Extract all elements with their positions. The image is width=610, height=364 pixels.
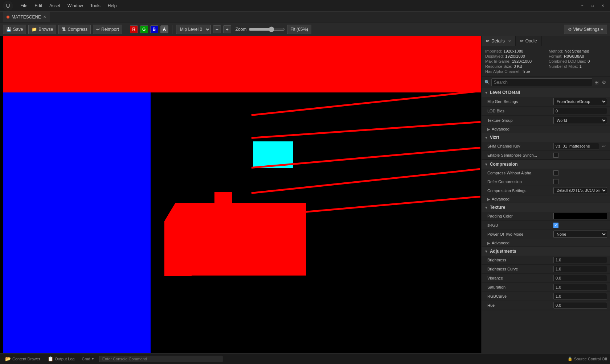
content-drawer-button[interactable]: 📂 Content Drawer [3,356,42,361]
main-area: ✏ Details ✕ ✏ Oodle Imported: 1920x1080 … [0,36,610,353]
red-line-2 [251,121,481,139]
menu-file[interactable]: File [17,3,30,9]
brightness-label: Brightness [487,258,553,262]
channel-g-button[interactable]: G [140,25,148,33]
section-compression: ▼ Compression Compress Without Alpha Def… [482,160,610,203]
compression-advanced-label: Advanced [492,197,509,201]
menu-help[interactable]: Help [105,3,120,9]
output-log-button[interactable]: 📋 Output Log [45,356,77,361]
details-tab-label: Details [491,38,505,44]
zoom-slider[interactable] [249,26,285,32]
menu-asset[interactable]: Asset [46,3,63,9]
compress-without-alpha-checkbox[interactable] [553,170,558,175]
lod-bias-input[interactable] [553,108,607,114]
section-texture: ▼ Texture Padding Color sRGB ✓ Power [482,203,610,247]
info-num-mips: Number of Mips: 1 [549,64,606,69]
tab-close-button[interactable]: ✕ [43,15,46,19]
compression-advanced-arrow: ▶ [487,197,490,201]
defer-compression-checkbox[interactable] [553,179,558,184]
close-button[interactable]: ✕ [598,3,607,9]
tab-label: MATTESCENE [12,15,41,20]
tab-unsaved-dot [7,16,9,18]
brightness-input[interactable] [553,257,607,263]
source-control-icon: 🔒 [568,356,573,361]
zoom-minus-button[interactable]: − [213,25,221,33]
srgb-label: sRGB [487,223,553,227]
channel-r-button[interactable]: R [130,25,138,33]
texture-advanced-header[interactable]: ▶ Advanced [482,239,610,247]
shm-reset-button[interactable]: ↩ [601,143,607,149]
channel-b-button[interactable]: B [150,25,158,33]
power-of-two-dropdown[interactable]: None [553,231,607,238]
power-of-two-label: Power Of Two Mode [487,232,553,236]
oodle-tab-label: Oodle [525,38,537,44]
prop-compression-settings: Compression Settings Default (DXT1/5, BC… [482,186,610,195]
red-small [164,235,192,276]
view-settings-label: View Settings [573,27,600,32]
blue-area [3,92,151,353]
menu-edit[interactable]: Edit [32,3,45,9]
info-combined-lod: Combined LOD Bias: 0 [549,59,606,63]
menu-tools[interactable]: Tools [87,3,103,9]
compression-settings-dropdown[interactable]: Default (DXT1/5, BC1/3 on DX11) [553,187,607,194]
properties-panel: ▼ Level Of Detail Mip Gen Settings FromT… [482,88,610,353]
rgbcurve-input[interactable] [553,293,607,299]
texture-collapse-arrow: ▼ [484,206,488,210]
save-button[interactable]: 💾 Save [3,25,26,34]
padding-color-swatch[interactable] [553,213,607,219]
cmd-label: Cmd [82,357,90,361]
menu-bar: File Edit Asset Window Tools Help [17,3,119,9]
oodle-tab-icon: ✏ [520,38,524,44]
channel-a-button[interactable]: A [160,25,168,33]
texture-group-dropdown[interactable]: World [553,117,607,124]
mip-level-select[interactable]: Mip Level 0 [176,25,211,34]
section-adjustments-header[interactable]: ▼ Adjustments [482,247,610,256]
enable-semaphore-checkbox[interactable] [553,153,558,158]
lod-advanced-label: Advanced [492,127,509,131]
texture-advanced-label: Advanced [492,241,509,245]
mip-gen-dropdown[interactable]: FromTextureGroup [553,98,607,105]
section-texture-header[interactable]: ▼ Texture [482,203,610,212]
tab-oodle[interactable]: ✏ Oodle [516,36,542,46]
menu-window[interactable]: Window [65,3,86,9]
prop-defer-compression: Defer Compression [482,177,610,186]
saturation-input[interactable] [553,284,607,290]
texture-advanced-arrow: ▶ [487,241,490,245]
info-displayed: Displayed: 1920x1080 [485,54,543,58]
maximize-button[interactable]: □ [588,3,597,9]
cmd-button[interactable]: Cmd ▾ [79,356,96,361]
section-vizrt-header[interactable]: ▼ Vizrt [482,133,610,142]
prop-srgb: sRGB ✓ [482,221,610,229]
asset-tab[interactable]: MATTESCENE ✕ [3,12,50,22]
vibrance-input[interactable] [553,275,607,281]
section-level-of-detail: ▼ Level Of Detail Mip Gen Settings FromT… [482,88,610,133]
view-settings-button[interactable]: ⚙ View Settings ▾ [564,25,607,34]
hue-label: Hue [487,303,553,307]
browse-button[interactable]: 📁 Browse [28,25,56,34]
section-lod-label: Level Of Detail [490,90,520,95]
panel-tabs: ✏ Details ✕ ✏ Oodle [482,36,610,46]
tab-details[interactable]: ✏ Details ✕ [482,36,516,46]
shm-channel-key-input[interactable] [553,143,599,149]
prop-compress-without-alpha: Compress Without Alpha [482,169,610,177]
viewport[interactable] [0,36,481,353]
lod-advanced-header[interactable]: ▶ Advanced [482,125,610,133]
search-input[interactable] [491,78,592,86]
settings-icon[interactable]: ⚙ [601,79,607,86]
brightness-curve-input[interactable] [553,266,607,272]
source-control-status[interactable]: 🔒 Source Control Off [568,356,607,361]
section-compression-header[interactable]: ▼ Compression [482,160,610,169]
grid-view-icon[interactable]: ⊞ [594,79,599,86]
zoom-fit-button[interactable]: Fit (65%) [287,25,311,34]
zoom-plus-button[interactable]: + [223,25,231,33]
section-lod-header[interactable]: ▼ Level Of Detail [482,88,610,97]
compress-button[interactable]: 🗜 Compress [58,25,91,34]
details-tab-close[interactable]: ✕ [508,39,511,43]
reimport-button[interactable]: ↩ Reimport [93,25,122,34]
console-input[interactable] [99,356,222,362]
hue-input[interactable] [553,302,607,309]
texture-scene [3,36,481,353]
minimize-button[interactable]: − [578,3,587,9]
srgb-checkbox[interactable]: ✓ [553,223,558,228]
compression-advanced-header[interactable]: ▶ Advanced [482,195,610,203]
